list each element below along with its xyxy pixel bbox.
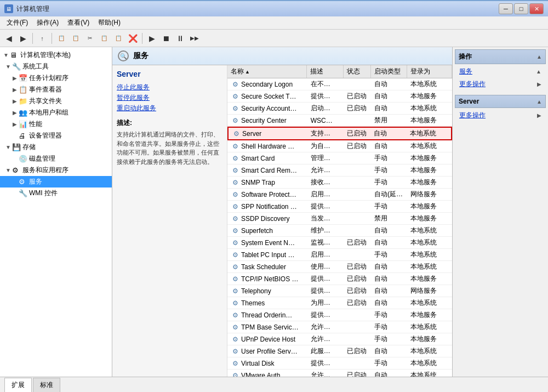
menu-view[interactable]: 查看(V) — [63, 17, 94, 29]
forward-button[interactable]: ▶ — [16, 32, 30, 45]
tree-item-wmi[interactable]: 🔧 WMI 控件 — [0, 188, 112, 199]
title-bar: 🖥 计算机管理 ─ □ ✕ — [0, 0, 548, 16]
properties-button[interactable]: 📋 — [112, 32, 125, 45]
th-login[interactable]: 登录为 — [407, 65, 452, 78]
td-startup: 自动 — [371, 273, 407, 285]
th-status[interactable]: 状态 — [344, 65, 371, 78]
th-name[interactable]: 名称 ▲ — [227, 65, 307, 78]
table-row[interactable]: ⚙ Smart Card 管理… 手动 本地服务 — [227, 152, 452, 164]
service-gear-icon: ⚙ — [231, 238, 239, 247]
right-section-header-actions[interactable]: 操作 ▲ — [455, 49, 546, 64]
table-row[interactable]: ⚙ Smart Card Rem… 允许… 手动 本地服务 — [227, 164, 452, 177]
tree-item-servicesapps[interactable]: ▼ ⚙ 服务和应用程序 — [0, 164, 112, 176]
pause-button[interactable]: ⏸ — [174, 32, 187, 45]
table-row[interactable]: ⚙ Shell Hardware … 为自… 已启动 自动 本地系统 — [227, 140, 452, 152]
table-row[interactable]: ⚙ Server 支持… 已启动 自动 本地系统 — [227, 127, 452, 140]
table-row[interactable]: ⚙ System Event N… 监视… 已启动 自动 本地系统 — [227, 237, 452, 249]
td-status — [344, 314, 371, 316]
table-row[interactable]: ⚙ Superfetch 维护… 自动 本地系统 — [227, 225, 452, 237]
table-row[interactable]: ⚙ Thread Orderin… 提供… 手动 本地服务 — [227, 309, 452, 321]
tree-item-localusers[interactable]: ▶ 👥 本地用户和组 — [0, 107, 112, 118]
minimize-button[interactable]: ─ — [499, 3, 513, 14]
table-row[interactable]: ⚙ Security Center WSC… 禁用 本地服务 — [227, 115, 452, 127]
tree-item-eventviewer[interactable]: ▶ 📋 事件查看器 — [0, 84, 112, 95]
table-row[interactable]: ⚙ SSDP Discovery 当发… 禁用 本地服务 — [227, 213, 452, 225]
td-desc: 允许… — [307, 321, 344, 333]
table-row[interactable]: ⚙ UPnP Device Host 允许… 手动 本地服务 — [227, 333, 452, 345]
delete-button[interactable]: ❌ — [126, 32, 139, 45]
table-row[interactable]: ⚙ SPP Notification … 提供… 手动 本地服务 — [227, 201, 452, 213]
table-row[interactable]: ⚙ User Profile Serv… 此服… 已启动 自动 本地系统 — [227, 345, 452, 357]
th-desc[interactable]: 描述 — [307, 65, 343, 78]
table-row[interactable]: ⚙ SNMP Trap 接收… 手动 本地服务 — [227, 177, 452, 189]
table-area: 名称 ▲ 描述 状态 启动类型 登录为 — [227, 65, 452, 377]
td-desc: 支持… — [307, 128, 343, 139]
stop-button[interactable]: ⏹ — [159, 32, 173, 45]
paste-button[interactable]: 📋 — [98, 32, 111, 45]
show-hide-button[interactable]: 📋 — [55, 32, 68, 45]
table-row[interactable]: ⚙ Software Protect… 启用… 自动(延迟… 网络服务 — [227, 189, 452, 201]
tree-item-diskmgmt[interactable]: 💿 磁盘管理 — [0, 153, 112, 164]
tree-item-services[interactable]: ⚙ 服务 — [0, 176, 112, 188]
tree-item-sharedfolders[interactable]: ▶ 📁 共享文件夹 — [0, 95, 112, 107]
td-name: ⚙ Secondary Logon — [227, 79, 307, 90]
menu-file[interactable]: 文件(F) — [2, 17, 32, 29]
table-row[interactable]: ⚙ TCP/IP NetBIOS … 提供… 已启动 自动 本地服务 — [227, 273, 452, 285]
right-section-header-server[interactable]: Server ▲ — [455, 95, 546, 108]
cut-button[interactable]: ✂ — [83, 32, 96, 45]
close-button[interactable]: ✕ — [529, 3, 544, 14]
td-login: 本地系统 — [407, 321, 452, 333]
table-row[interactable]: ⚙ Themes 为用… 已启动 自动 本地系统 — [227, 297, 452, 309]
table-row[interactable]: ⚙ VMware Auth… 允许… 已启动 自动 本地系统 — [227, 370, 452, 377]
td-desc: 接收… — [307, 177, 344, 188]
back-button[interactable]: ◀ — [2, 32, 15, 45]
tree-item-taskscheduler[interactable]: ▶ 📅 任务计划程序 — [0, 72, 112, 84]
right-item-services[interactable]: 服务 ▲ — [455, 65, 546, 78]
service-gear-icon: ⚙ — [231, 287, 239, 296]
table-row[interactable]: ⚙ Security Account… 启动… 已启动 自动 本地系统 — [227, 103, 452, 115]
td-startup: 手动 — [371, 309, 407, 321]
tree-item-systemtools[interactable]: ▼ 🔧 系统工具 — [0, 61, 112, 72]
stop-service-link[interactable]: 停止此服务 — [117, 83, 222, 92]
td-status — [344, 218, 371, 220]
td-status: 已启动 — [344, 261, 371, 272]
menu-help[interactable]: 帮助(H) — [94, 17, 125, 29]
td-desc: 当发… — [307, 213, 344, 224]
service-gear-icon: ⚙ — [231, 142, 239, 151]
tree-item-root[interactable]: ▼ 🖥 计算机管理(本地) — [0, 49, 112, 61]
right-item-more-actions-1[interactable]: 更多操作 ▶ — [455, 78, 546, 90]
table-body: ⚙ Secondary Logon 在不… 自动 本地系统 ⚙ Secure S… — [227, 78, 452, 377]
table-row[interactable]: ⚙ TPM Base Servic… 允许… 手动 本地系统 — [227, 321, 452, 333]
up-button[interactable]: ↑ — [36, 32, 49, 45]
table-row[interactable]: ⚙ Task Scheduler 使用… 已启动 自动 本地系统 — [227, 261, 452, 273]
td-login: 本地系统 — [407, 249, 452, 260]
td-desc: 提供… — [307, 285, 344, 297]
table-row[interactable]: ⚙ Tablet PC Input … 启用… 手动 本地系统 — [227, 249, 452, 261]
label-wmi: WMI 控件 — [29, 189, 58, 198]
icon-sharedfolders: 📁 — [19, 97, 27, 106]
tree-item-devicemgr[interactable]: 🖨 设备管理器 — [0, 130, 112, 141]
right-item-more-actions-2[interactable]: 更多操作 ▶ — [455, 109, 546, 122]
th-startup[interactable]: 启动类型 — [371, 65, 407, 78]
td-desc: 提供… — [307, 201, 344, 212]
right-divider — [455, 90, 546, 95]
td-login: 本地服务 — [407, 309, 452, 321]
table-row[interactable]: ⚙ Secondary Logon 在不… 自动 本地系统 — [227, 78, 452, 90]
tree-item-performance[interactable]: ▶ 📊 性能 — [0, 118, 112, 130]
td-login: 本地服务 — [407, 115, 452, 126]
table-row[interactable]: ⚙ Virtual Disk 提供… 手动 本地系统 — [227, 357, 452, 370]
label-servicesapps: 服务和应用程序 — [22, 166, 68, 175]
tab-expand[interactable]: 扩展 — [4, 378, 32, 392]
td-startup: 手动 — [371, 152, 407, 164]
restart-service-link[interactable]: 重启动此服务 — [117, 104, 222, 113]
tree-item-storage[interactable]: ▼ 💾 存储 — [0, 141, 112, 153]
table-row[interactable]: ⚙ Telephony 提供… 已启动 自动 网络服务 — [227, 285, 452, 297]
table-row[interactable]: ⚙ Secure Socket T… 提供… 已启动 自动 本地服务 — [227, 90, 452, 103]
tab-standard[interactable]: 标准 — [33, 378, 60, 392]
copy-button[interactable]: 📋 — [69, 32, 82, 45]
pause-service-link[interactable]: 暂停此服务 — [117, 93, 222, 103]
next-button[interactable]: ▶▶ — [188, 32, 201, 45]
menu-action[interactable]: 操作(A) — [32, 17, 63, 29]
maximize-button[interactable]: □ — [514, 3, 528, 14]
play-button[interactable]: ▶ — [145, 32, 158, 45]
